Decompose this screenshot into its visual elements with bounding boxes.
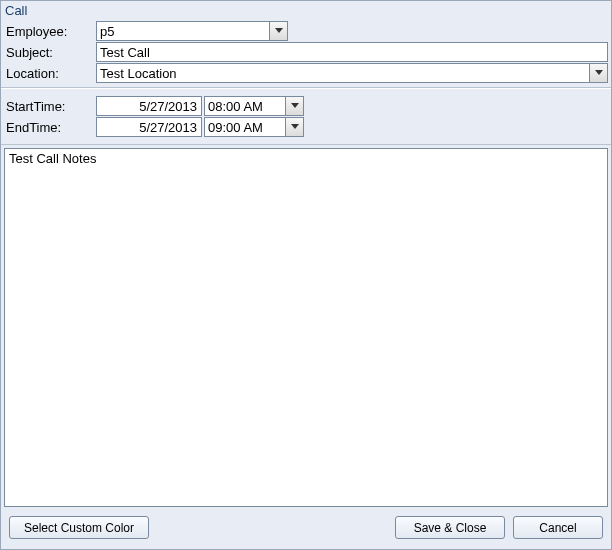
save-close-button[interactable]: Save & Close [395, 516, 505, 539]
button-bar: Select Custom Color Save & Close Cancel [1, 510, 611, 549]
location-label: Location: [4, 66, 96, 81]
employee-value: p5 [100, 24, 114, 39]
endtime-row: EndTime: 5/27/2013 09:00 AM [4, 117, 608, 137]
notes-container [4, 148, 608, 507]
chevron-down-icon[interactable] [269, 22, 287, 40]
start-time-combo[interactable]: 08:00 AM [204, 96, 304, 116]
call-dialog: Call Employee: p5 Subject: Test Call Loc… [0, 0, 612, 550]
subject-row: Subject: Test Call [4, 42, 608, 62]
subject-input[interactable]: Test Call [96, 42, 608, 62]
end-date-input[interactable]: 5/27/2013 [96, 117, 202, 137]
starttime-label: StartTime: [4, 99, 96, 114]
starttime-row: StartTime: 5/27/2013 08:00 AM [4, 96, 608, 116]
end-time-combo[interactable]: 09:00 AM [204, 117, 304, 137]
end-time-value: 09:00 AM [208, 120, 263, 135]
location-combo[interactable]: Test Location [96, 63, 608, 83]
chevron-down-icon[interactable] [589, 64, 607, 82]
subject-value: Test Call [100, 45, 150, 60]
end-date-value: 5/27/2013 [139, 120, 197, 135]
start-time-value: 08:00 AM [208, 99, 263, 114]
button-label: Cancel [539, 521, 576, 535]
employee-label: Employee: [4, 24, 96, 39]
location-value: Test Location [100, 66, 177, 81]
select-custom-color-button[interactable]: Select Custom Color [9, 516, 149, 539]
endtime-label: EndTime: [4, 120, 96, 135]
notes-textarea[interactable] [5, 149, 607, 506]
cancel-button[interactable]: Cancel [513, 516, 603, 539]
chevron-down-icon[interactable] [285, 97, 303, 115]
employee-combo[interactable]: p5 [96, 21, 288, 41]
form-top-section: Employee: p5 Subject: Test Call Location… [1, 18, 611, 88]
time-section: StartTime: 5/27/2013 08:00 AM EndTime: 5… [1, 88, 611, 145]
start-date-value: 5/27/2013 [139, 99, 197, 114]
button-label: Select Custom Color [24, 521, 134, 535]
dialog-title: Call [1, 1, 611, 18]
start-date-input[interactable]: 5/27/2013 [96, 96, 202, 116]
location-row: Location: Test Location [4, 63, 608, 83]
employee-row: Employee: p5 [4, 21, 608, 41]
subject-label: Subject: [4, 45, 96, 60]
chevron-down-icon[interactable] [285, 118, 303, 136]
button-label: Save & Close [414, 521, 487, 535]
